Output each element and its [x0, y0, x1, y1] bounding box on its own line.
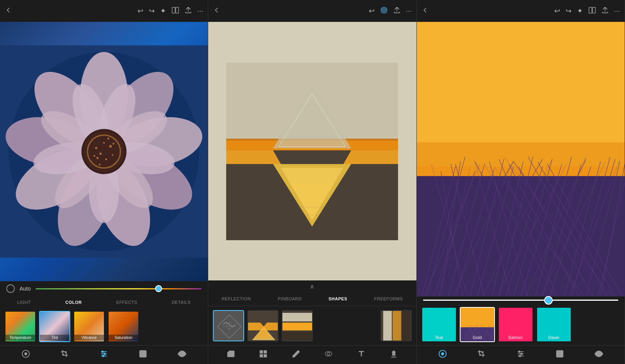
adjust-icon-1[interactable] [21, 350, 30, 360]
color-gold[interactable]: Gold [460, 307, 495, 342]
svg-rect-82 [282, 332, 313, 340]
filter-vibrance[interactable]: Vibrance [73, 311, 105, 342]
more-icon-1[interactable]: ··· [197, 7, 203, 15]
filter-saturation[interactable]: Saturation [108, 311, 139, 342]
toolbar-2: ↩ ··· [208, 0, 416, 22]
svg-rect-36 [0, 45, 208, 257]
grid-icon[interactable] [259, 350, 268, 360]
sliders-icon-3[interactable] [516, 350, 525, 360]
toolbar-right-1: ↩ ↪ ✦ ··· [138, 6, 203, 16]
svg-point-176 [598, 353, 600, 355]
collapse-arrow[interactable]: ∧ [208, 280, 416, 293]
share-icon-2[interactable] [393, 6, 400, 16]
toolbar-left-2 [213, 7, 220, 16]
svg-rect-154 [461, 327, 495, 342]
filter-tint[interactable]: Tint [39, 311, 70, 342]
color-slider-track-3[interactable] [423, 300, 618, 301]
color-dawn[interactable]: Dawn [536, 307, 571, 342]
shape-hourglass[interactable] [247, 310, 279, 341]
healing-icon-3[interactable] [555, 350, 564, 360]
magic-icon-1[interactable]: ✦ [160, 7, 166, 15]
back-button-3[interactable] [421, 7, 429, 16]
stamp-icon[interactable] [389, 350, 398, 360]
editing-tabs-1: LIGHT COLOR EFFECTS DETAILS [0, 296, 208, 308]
filter-row-1: Temperature Tint Vibrance Saturation [0, 308, 208, 345]
tab-light[interactable]: LIGHT [14, 298, 34, 306]
filter-tint-label: Tint [40, 335, 70, 341]
tab-color[interactable]: COLOR [62, 298, 85, 306]
svg-point-44 [102, 355, 104, 357]
toolbar-right-3: ↩ ↪ ✦ ··· [554, 6, 620, 16]
shapes-image-area [208, 22, 416, 280]
svg-point-94 [392, 351, 395, 354]
auto-row: Auto [0, 281, 208, 296]
color-slider-track[interactable] [36, 288, 202, 289]
svg-rect-89 [264, 351, 266, 353]
toolbar-right-2: ↩ ··· [369, 6, 412, 16]
bottom-controls-3: Teal [417, 296, 625, 364]
crop-icon-1[interactable] [61, 350, 69, 360]
svg-rect-80 [282, 313, 313, 321]
svg-rect-91 [264, 355, 266, 357]
svg-point-42 [102, 351, 104, 353]
bottom-controls-2: ∧ REFLECTION PINBOARD SHAPES FREEFORMS [208, 280, 416, 364]
svg-rect-84 [383, 311, 392, 341]
more-icon-3[interactable]: ··· [614, 7, 620, 15]
text-icon[interactable] [357, 350, 366, 360]
grass-image-area [417, 22, 625, 296]
mode-reflection[interactable]: REFLECTION [220, 295, 254, 303]
color-teal[interactable]: Teal [421, 307, 457, 342]
shape-bars[interactable] [282, 310, 313, 341]
svg-point-46 [181, 353, 184, 355]
more-icon-2[interactable]: ··· [406, 7, 412, 15]
filter-temperature-label: Temperature [5, 335, 35, 341]
compare-icon-3[interactable] [588, 6, 596, 16]
flower-image [0, 22, 208, 281]
back-button-1[interactable] [5, 7, 12, 16]
panel-grass: ↩ ↪ ✦ ··· [417, 0, 625, 364]
mode-shapes[interactable]: SHAPES [326, 295, 350, 303]
share-icon-1[interactable] [185, 6, 192, 16]
color-slider-thumb[interactable] [155, 285, 162, 292]
tab-effects[interactable]: EFFECTS [113, 298, 141, 306]
undo-icon-1[interactable]: ↩ [138, 7, 143, 15]
svg-rect-90 [260, 355, 262, 357]
shape-panels[interactable] [380, 310, 412, 341]
svg-point-49 [384, 10, 384, 11]
blend-icon[interactable] [324, 350, 333, 360]
healing-icon-1[interactable] [139, 350, 147, 360]
edit-icon[interactable] [292, 350, 300, 360]
dawn-label: Dawn [537, 335, 571, 340]
undo-icon-2[interactable]: ↩ [369, 7, 375, 15]
svg-point-38 [24, 352, 27, 355]
share-icon-3[interactable] [602, 6, 609, 16]
layers-icon[interactable] [227, 350, 235, 360]
filter-temperature[interactable]: Temperature [5, 311, 36, 342]
svg-rect-1 [176, 7, 179, 13]
magic-icon-3[interactable]: ✦ [577, 7, 583, 15]
tab-details[interactable]: DETAILS [169, 298, 194, 306]
sliders-icon-1[interactable] [100, 350, 108, 360]
crop-icon-3[interactable] [477, 350, 486, 360]
redo-icon-1[interactable]: ↪ [149, 7, 155, 15]
compare-icon-1[interactable] [171, 6, 179, 16]
adjust-icon-3[interactable] [438, 350, 447, 360]
view-icon-3[interactable] [595, 350, 603, 360]
undo-icon-3[interactable]: ↩ [554, 7, 560, 15]
color-salmon[interactable]: Salmon [498, 307, 533, 342]
back-button-2[interactable] [213, 7, 220, 16]
redo-icon-3[interactable]: ↪ [566, 7, 571, 15]
toolbar-left-1 [5, 7, 12, 16]
mode-pinboard[interactable]: PINBOARD [275, 295, 304, 303]
svg-rect-86 [402, 311, 411, 341]
shape-infinity[interactable] [213, 310, 244, 341]
target-icon-2[interactable] [380, 6, 388, 16]
view-icon-1[interactable] [178, 350, 186, 360]
svg-point-173 [521, 353, 522, 355]
teal-label: Teal [422, 335, 456, 340]
auto-circle[interactable] [6, 284, 15, 293]
color-filter-row: Teal [417, 304, 625, 345]
color-slider-thumb-3[interactable] [544, 296, 553, 305]
mode-freeforms[interactable]: FREEFORMS [372, 295, 405, 303]
salmon-label: Salmon [499, 335, 532, 340]
